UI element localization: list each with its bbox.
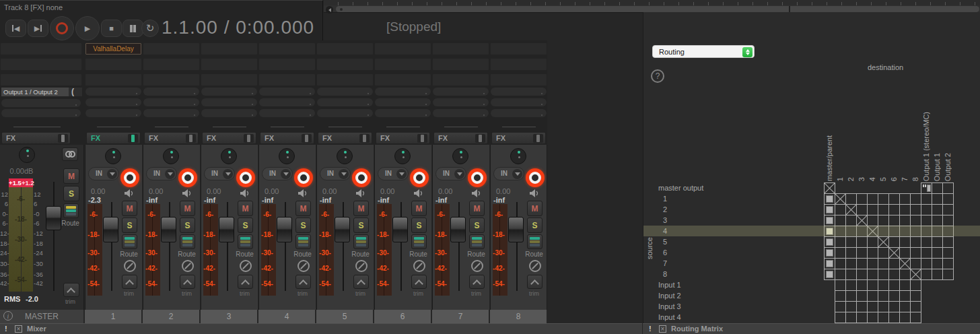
fx-slot[interactable] (85, 59, 141, 70)
tab-routing-matrix[interactable]: Routing Matrix (671, 325, 723, 333)
matrix-cell[interactable] (932, 247, 943, 259)
matrix-cell[interactable] (899, 193, 911, 205)
send-slot[interactable] (201, 109, 257, 117)
matrix-cell[interactable] (856, 204, 868, 215)
matrix-cell[interactable] (835, 193, 846, 205)
solo-button[interactable]: S (469, 218, 485, 233)
matrix-cell[interactable] (867, 193, 878, 205)
send-slot[interactable] (85, 98, 141, 106)
matrix-cell[interactable] (878, 269, 889, 280)
clip-indicator-right[interactable]: +1.2 (22, 178, 33, 187)
matrix-cell[interactable] (878, 215, 889, 226)
matrix-cell[interactable] (899, 269, 911, 280)
matrix-cell[interactable] (899, 312, 911, 323)
fx-slot[interactable] (491, 43, 547, 55)
mute-button[interactable]: M (411, 201, 427, 216)
matrix-cell[interactable] (899, 258, 911, 269)
matrix-cell[interactable] (942, 258, 954, 269)
matrix-cell[interactable] (867, 236, 878, 248)
fx-wet-knob[interactable] (475, 134, 485, 143)
matrix-cell[interactable] (835, 236, 846, 248)
solo-button[interactable]: S (238, 218, 253, 233)
fx-button[interactable]: FX (1, 132, 71, 144)
phase-invert-button[interactable] (413, 260, 425, 272)
fx-button[interactable]: FX (144, 132, 199, 144)
master-mute-button[interactable]: M (63, 168, 79, 184)
matrix-cell[interactable] (910, 290, 921, 302)
fx-wet-knob[interactable] (359, 134, 370, 143)
scrollbar-thumb[interactable] (336, 6, 979, 12)
input-button[interactable]: IN (262, 167, 293, 180)
matrix-cell[interactable] (845, 247, 857, 259)
mute-button[interactable]: M (295, 201, 311, 216)
matrix-cell[interactable] (856, 215, 868, 226)
route-button[interactable] (122, 234, 137, 249)
matrix-cell[interactable] (878, 301, 889, 312)
track-label-cell[interactable]: 5 (316, 310, 373, 323)
route-button[interactable] (63, 203, 79, 218)
pan-knob[interactable] (337, 148, 353, 164)
matrix-cell[interactable] (835, 215, 846, 226)
input-button[interactable]: IN (378, 167, 409, 180)
fx-button[interactable]: FX (376, 132, 430, 144)
matrix-cell[interactable] (942, 215, 954, 226)
fx-wet-knob[interactable] (128, 134, 138, 143)
volume-fader[interactable] (219, 217, 234, 242)
matrix-cell[interactable] (942, 193, 954, 205)
matrix-cell[interactable] (878, 247, 889, 259)
stop-button[interactable]: ■ (101, 20, 122, 37)
pan-knob[interactable] (279, 148, 295, 164)
fx-slot[interactable] (143, 59, 199, 70)
routing-mode-select[interactable]: Routing (652, 45, 755, 58)
trim-button[interactable] (411, 275, 427, 289)
fx-slot[interactable] (433, 43, 489, 55)
volume-fader[interactable] (392, 217, 408, 242)
send-slot[interactable] (143, 109, 199, 117)
matrix-cell[interactable] (856, 193, 868, 205)
mute-button[interactable]: M (353, 201, 369, 216)
fx-slot[interactable] (201, 74, 257, 86)
matrix-cell[interactable] (888, 312, 900, 323)
fx-wet-knob[interactable] (417, 134, 427, 143)
matrix-cell[interactable] (910, 258, 921, 269)
record-arm-button[interactable] (178, 168, 197, 187)
matrix-cell[interactable] (824, 193, 835, 205)
route-button[interactable] (411, 234, 427, 249)
fx-slot[interactable] (433, 74, 489, 86)
matrix-cell[interactable] (921, 269, 932, 280)
send-slot[interactable] (259, 109, 315, 117)
send-slot[interactable] (143, 98, 199, 106)
send-slot[interactable] (491, 98, 547, 106)
matrix-cell[interactable] (932, 215, 943, 226)
track-label-cell[interactable]: 7 (432, 310, 489, 323)
matrix-cell[interactable] (824, 236, 835, 248)
fx-slot[interactable] (317, 43, 373, 55)
fx-slot[interactable] (85, 74, 141, 86)
matrix-cell[interactable] (856, 290, 868, 302)
solo-button[interactable]: S (295, 218, 311, 233)
matrix-cell[interactable] (888, 215, 900, 226)
send-slot[interactable] (433, 88, 489, 96)
send-slot[interactable] (1, 99, 81, 107)
matrix-cell[interactable] (878, 258, 889, 269)
fx-slot[interactable] (375, 43, 431, 55)
matrix-cell[interactable] (888, 290, 900, 302)
record-button[interactable] (50, 16, 74, 40)
volume-fader[interactable] (335, 217, 350, 242)
matrix-cell[interactable] (899, 204, 911, 215)
send-slot[interactable] (433, 98, 489, 106)
matrix-cell[interactable] (835, 226, 846, 237)
mute-button[interactable]: M (122, 201, 137, 216)
input-dropdown[interactable] (396, 169, 407, 179)
input-dropdown[interactable] (281, 169, 291, 179)
volume-fader[interactable] (277, 217, 292, 242)
volume-fader[interactable] (103, 217, 118, 242)
solo-button[interactable]: S (353, 218, 369, 233)
matrix-cell[interactable] (910, 301, 921, 312)
matrix-cell[interactable] (921, 182, 932, 194)
matrix-cell[interactable] (867, 312, 878, 323)
send-slot[interactable] (317, 88, 373, 96)
send-slot[interactable] (201, 88, 257, 96)
matrix-cell[interactable] (878, 279, 889, 291)
matrix-cell[interactable] (899, 301, 911, 312)
